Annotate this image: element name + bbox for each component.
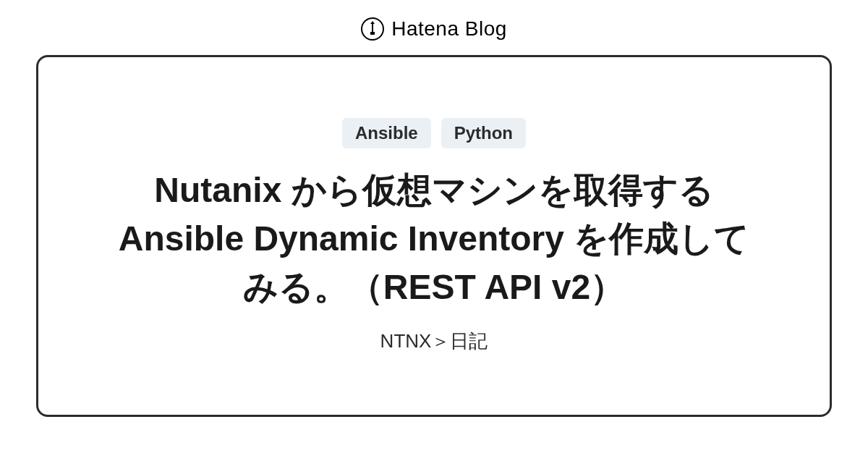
brand-name: Hatena Blog bbox=[391, 17, 507, 41]
tag-list: Ansible Python bbox=[342, 118, 526, 148]
brand-header: Hatena Blog bbox=[361, 0, 507, 55]
hatena-logo-icon bbox=[361, 17, 384, 41]
blog-name: NTNX＞日記 bbox=[380, 329, 488, 354]
tag-item: Ansible bbox=[342, 118, 431, 148]
og-card: Ansible Python Nutanix から仮想マシンを取得する Ansi… bbox=[36, 55, 832, 417]
tag-item: Python bbox=[441, 118, 526, 148]
article-title: Nutanix から仮想マシンを取得する Ansible Dynamic Inv… bbox=[109, 166, 760, 312]
